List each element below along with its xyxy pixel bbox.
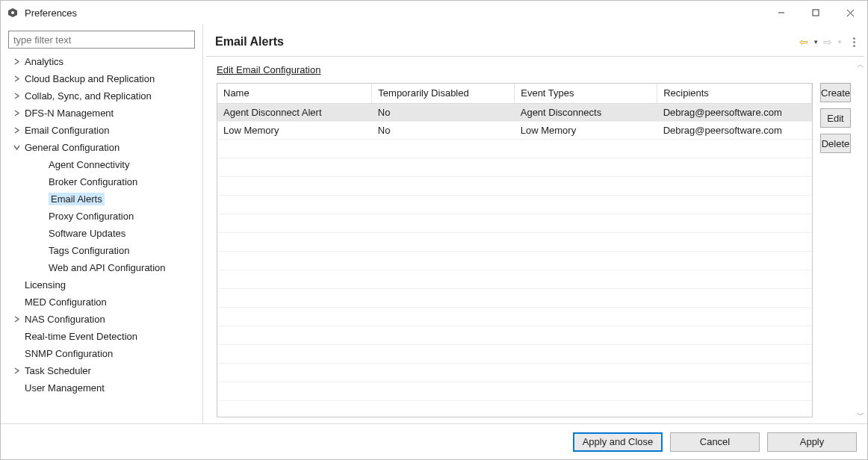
scroll-down-icon[interactable]: ﹀ <box>857 410 864 420</box>
tree-item-snmp-configuration[interactable]: SNMP Configuration <box>8 345 195 362</box>
vertical-scrollbar[interactable]: ︿ ﹀ <box>857 57 864 423</box>
edit-button[interactable]: Edit <box>820 108 851 128</box>
tree-item-proxy-configuration[interactable]: Proxy Configuration <box>8 208 195 225</box>
table-empty-area <box>217 140 812 417</box>
tree-item-web-and-api-configuration[interactable]: Web and API Configuration <box>8 259 195 276</box>
chevron-right-icon[interactable] <box>11 314 22 325</box>
cancel-button[interactable]: Cancel <box>670 432 760 452</box>
tree-item-label: Software Updates <box>49 228 125 239</box>
tree-item-collab-sync-and-replication[interactable]: Collab, Sync, and Replication <box>8 87 195 105</box>
tree-item-label: Web and API Configuration <box>49 262 166 273</box>
tree-item-cloud-backup-and-replication[interactable]: Cloud Backup and Replication <box>8 70 195 87</box>
tree-item-licensing[interactable]: Licensing <box>8 276 195 293</box>
forward-dropdown-icon: ▼ <box>837 39 843 46</box>
tree-item-label: Proxy Configuration <box>49 211 134 222</box>
chevron-right-icon[interactable] <box>11 125 22 136</box>
col-recipients[interactable]: Recipients <box>657 84 812 103</box>
cell-recipients: Debrag@peersoftware.com <box>657 103 812 121</box>
chevron-right-icon[interactable] <box>11 108 22 119</box>
tree-item-label: User Management <box>25 382 105 394</box>
tree-item-label: SNMP Configuration <box>25 348 113 359</box>
tree-item-email-alerts[interactable]: Email Alerts <box>8 190 195 208</box>
svg-point-1 <box>11 11 14 14</box>
tree-item-general-configuration[interactable]: General Configuration <box>8 139 195 156</box>
alerts-table[interactable]: Name Temporarily Disabled Event Types Re… <box>217 83 813 417</box>
tree-item-broker-configuration[interactable]: Broker Configuration <box>8 173 195 190</box>
filter-input[interactable] <box>8 31 195 49</box>
tree-item-med-configuration[interactable]: MED Configuration <box>8 293 195 311</box>
chevron-right-icon[interactable] <box>11 366 22 376</box>
tree-item-nas-configuration[interactable]: NAS Configuration <box>8 311 195 328</box>
window-title: Preferences <box>25 7 77 19</box>
tree-item-agent-connectivity[interactable]: Agent Connectivity <box>8 156 195 173</box>
cell-temp-disabled: No <box>372 121 515 139</box>
titlebar: Preferences <box>1 1 867 25</box>
tree-item-software-updates[interactable]: Software Updates <box>8 225 195 242</box>
minimize-button[interactable] <box>764 1 799 25</box>
preferences-tree: AnalyticsCloud Backup and ReplicationCol… <box>8 53 195 417</box>
menu-icon[interactable] <box>853 37 855 47</box>
sidebar: AnalyticsCloud Backup and ReplicationCol… <box>1 25 203 423</box>
tree-item-label: Licensing <box>25 279 66 290</box>
page-title: Email Alerts <box>215 35 284 49</box>
tree-item-user-management[interactable]: User Management <box>8 379 195 397</box>
tree-item-label: Real-time Event Detection <box>25 331 137 342</box>
tree-item-label: General Configuration <box>25 142 120 153</box>
maximize-button[interactable] <box>799 1 833 25</box>
cell-event-types: Agent Disconnects <box>515 103 657 121</box>
back-dropdown-icon[interactable]: ▼ <box>813 39 819 46</box>
tree-item-label: Tags Configuration <box>49 245 129 256</box>
cell-name: Low Memory <box>217 121 372 139</box>
tree-item-task-scheduler[interactable]: Task Scheduler <box>8 362 195 379</box>
cell-recipients: Debrag@peersoftware.com <box>657 121 812 139</box>
app-icon <box>7 7 19 19</box>
scroll-up-icon[interactable]: ︿ <box>857 60 864 70</box>
tree-item-label: Collab, Sync, and Replication <box>25 90 152 102</box>
tree-item-label: DFS-N Management <box>25 108 114 119</box>
tree-item-label: Analytics <box>25 56 63 67</box>
edit-email-config-link[interactable]: Edit Email Configuration <box>217 64 320 75</box>
dialog-footer: Apply and Close Cancel Apply <box>1 423 867 459</box>
chevron-right-icon[interactable] <box>11 74 22 84</box>
tree-item-label: NAS Configuration <box>25 314 105 325</box>
tree-item-label: Email Alerts <box>49 193 105 205</box>
apply-button[interactable]: Apply <box>767 432 857 452</box>
cell-name: Agent Disconnect Alert <box>217 103 372 121</box>
chevron-right-icon[interactable] <box>11 91 22 102</box>
tree-item-label: MED Configuration <box>25 296 107 308</box>
cell-event-types: Low Memory <box>515 121 657 139</box>
chevron-right-icon[interactable] <box>11 57 22 67</box>
tree-item-label: Broker Configuration <box>49 176 137 187</box>
tree-item-label: Email Configuration <box>25 125 109 136</box>
tree-item-analytics[interactable]: Analytics <box>8 53 195 70</box>
col-event-types[interactable]: Event Types <box>515 84 657 103</box>
window-controls <box>764 1 867 25</box>
action-buttons: Create Edit Delete <box>820 83 851 417</box>
tree-item-email-configuration[interactable]: Email Configuration <box>8 122 195 139</box>
cell-temp-disabled: No <box>372 103 515 121</box>
col-name[interactable]: Name <box>217 84 372 103</box>
table-row[interactable]: Agent Disconnect AlertNoAgent Disconnect… <box>217 103 812 121</box>
tree-item-real-time-event-detection[interactable]: Real-time Event Detection <box>8 328 195 345</box>
main-header: Email Alerts ⇦ ▼ ⇨ ▼ <box>206 28 864 57</box>
back-icon[interactable]: ⇦ <box>799 36 808 48</box>
svg-rect-3 <box>813 10 819 16</box>
tree-item-label: Agent Connectivity <box>49 159 129 170</box>
close-button[interactable] <box>833 1 867 25</box>
col-temp-disabled[interactable]: Temporarily Disabled <box>372 84 515 103</box>
table-row[interactable]: Low MemoryNoLow MemoryDebrag@peersoftwar… <box>217 121 812 139</box>
tree-item-label: Cloud Backup and Replication <box>25 73 155 84</box>
main-panel: Email Alerts ⇦ ▼ ⇨ ▼ Edit Email Configur… <box>206 28 864 423</box>
create-button[interactable]: Create <box>820 83 851 102</box>
table-header-row: Name Temporarily Disabled Event Types Re… <box>217 84 812 103</box>
delete-button[interactable]: Delete <box>820 134 851 153</box>
nav-icons: ⇦ ▼ ⇨ ▼ <box>799 36 855 48</box>
tree-item-label: Task Scheduler <box>25 365 91 376</box>
tree-item-tags-configuration[interactable]: Tags Configuration <box>8 242 195 259</box>
chevron-down-icon[interactable] <box>11 143 22 153</box>
apply-and-close-button[interactable]: Apply and Close <box>573 432 663 452</box>
tree-item-dfs-n-management[interactable]: DFS-N Management <box>8 105 195 122</box>
forward-icon[interactable]: ⇨ <box>823 36 832 48</box>
preferences-window: Preferences AnalyticsCloud Backup and Re… <box>0 0 868 460</box>
